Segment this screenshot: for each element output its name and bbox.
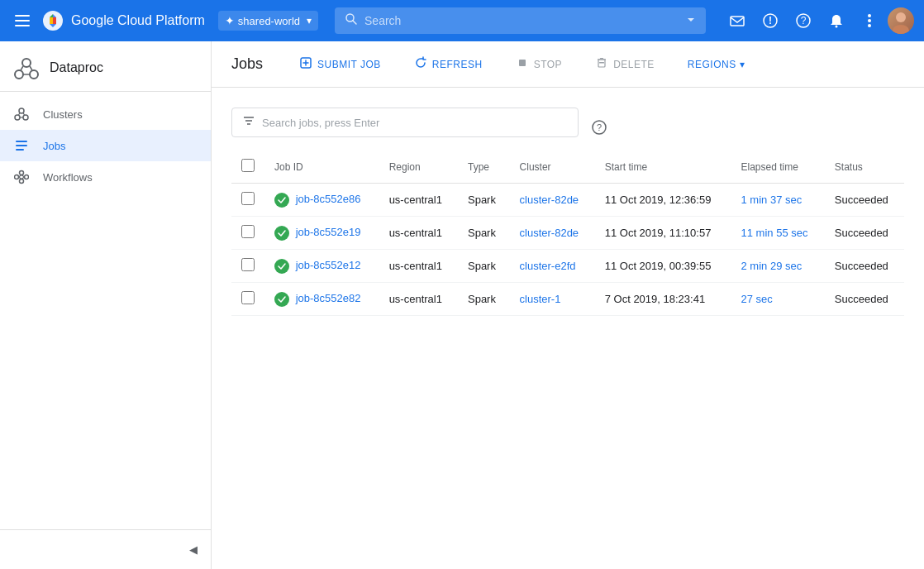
content-area: ? Job ID Region bbox=[212, 88, 924, 336]
table-header-row: Job ID Region Type Cluster Start time bbox=[231, 151, 904, 184]
row-checkbox-1[interactable] bbox=[241, 225, 255, 238]
delete-button[interactable]: DELETE bbox=[585, 51, 664, 77]
collapse-icon: ◀ bbox=[189, 543, 198, 556]
stop-label: STOP bbox=[534, 59, 562, 70]
svg-line-39 bbox=[19, 177, 22, 179]
delete-label: DELETE bbox=[613, 59, 655, 70]
job-id-cell: job-8c552e82 bbox=[264, 283, 379, 316]
sidebar-item-clusters[interactable]: Clusters bbox=[0, 98, 211, 130]
svg-point-32 bbox=[15, 175, 19, 179]
start-time-cell-1: 11 Oct 2019, 11:10:57 bbox=[595, 217, 731, 250]
cluster-column-header: Cluster bbox=[510, 151, 595, 184]
page-title: Jobs bbox=[231, 55, 263, 73]
job-id-link-0[interactable]: job-8c552e86 bbox=[296, 193, 361, 205]
cluster-link-1[interactable]: cluster-82de bbox=[520, 227, 579, 239]
row-checkbox-cell bbox=[231, 250, 264, 283]
elapsed-time-cell-2: 2 min 29 sec bbox=[731, 250, 825, 283]
cluster-cell-1: cluster-82de bbox=[510, 217, 595, 250]
regions-label: REGIONS bbox=[688, 59, 736, 70]
job-id-link-3[interactable]: job-8c552e82 bbox=[296, 292, 361, 304]
job-id-link-1[interactable]: job-8c552e19 bbox=[296, 226, 361, 238]
jobs-search-input[interactable] bbox=[262, 117, 568, 129]
row-checkbox-cell bbox=[231, 217, 264, 250]
region-cell-1: us-central1 bbox=[379, 217, 458, 250]
search-help-icon[interactable]: ? bbox=[592, 120, 607, 138]
svg-point-11 bbox=[836, 26, 838, 28]
top-navigation: Google Cloud Platform ✦ shared-world ▾ bbox=[0, 0, 924, 41]
cluster-link-0[interactable]: cluster-82de bbox=[520, 194, 579, 206]
alert-button[interactable]: ! bbox=[755, 6, 785, 36]
workflows-icon bbox=[13, 170, 30, 184]
elapsed-link-1[interactable]: 11 min 55 sec bbox=[741, 227, 808, 239]
start-time-cell-3: 7 Oct 2019, 18:23:41 bbox=[595, 283, 731, 316]
project-selector[interactable]: ✦ shared-world ▾ bbox=[218, 11, 318, 31]
select-all-checkbox[interactable] bbox=[241, 159, 255, 172]
user-avatar[interactable] bbox=[888, 7, 914, 34]
clusters-icon bbox=[13, 107, 30, 122]
svg-point-18 bbox=[15, 70, 23, 79]
search-icon bbox=[345, 12, 358, 29]
row-checkbox-0[interactable] bbox=[241, 192, 255, 205]
jobs-table: Job ID Region Type Cluster Start time bbox=[231, 151, 904, 316]
region-cell-2: us-central1 bbox=[379, 250, 458, 283]
help-button[interactable]: ? bbox=[788, 6, 818, 36]
sidebar-item-jobs[interactable]: Jobs bbox=[0, 130, 211, 161]
refresh-label: REFRESH bbox=[432, 59, 483, 70]
cluster-cell-3: cluster-1 bbox=[510, 283, 595, 316]
svg-line-5 bbox=[353, 21, 356, 24]
elapsed-link-0[interactable]: 1 min 37 sec bbox=[741, 194, 803, 206]
svg-point-25 bbox=[23, 115, 28, 120]
regions-button[interactable]: REGIONS ▾ bbox=[678, 54, 755, 75]
cluster-cell-0: cluster-82de bbox=[510, 184, 595, 217]
project-dropdown-icon: ▾ bbox=[307, 15, 312, 26]
sidebar-item-workflows[interactable]: Workflows bbox=[0, 161, 211, 193]
submit-job-button[interactable]: SUBMIT JOB bbox=[289, 51, 391, 78]
project-icon: ✦ bbox=[225, 14, 235, 27]
sidebar-navigation: Clusters Jobs bbox=[0, 92, 211, 529]
delete-icon bbox=[595, 56, 608, 72]
status-success-icon-2 bbox=[274, 259, 289, 274]
jobs-table-container: Job ID Region Type Cluster Start time bbox=[231, 151, 904, 316]
svg-line-21 bbox=[30, 66, 32, 70]
search-input[interactable] bbox=[364, 14, 679, 27]
global-search bbox=[335, 7, 706, 34]
svg-text:?: ? bbox=[597, 122, 602, 132]
svg-line-36 bbox=[19, 175, 22, 178]
more-menu-button[interactable] bbox=[855, 6, 884, 36]
sidebar: Dataproc Clusters bbox=[0, 41, 212, 569]
mail-button[interactable] bbox=[722, 6, 752, 36]
region-cell-3: us-central1 bbox=[379, 283, 458, 316]
row-checkbox-3[interactable] bbox=[241, 291, 255, 304]
hamburger-menu[interactable] bbox=[10, 8, 35, 33]
job-id-link-2[interactable]: job-8c552e12 bbox=[296, 259, 361, 271]
svg-point-17 bbox=[22, 59, 31, 67]
svg-line-38 bbox=[21, 177, 25, 179]
cluster-link-2[interactable]: cluster-e2fd bbox=[520, 260, 576, 272]
project-name: shared-world bbox=[238, 15, 300, 27]
elapsed-link-3[interactable]: 27 sec bbox=[741, 293, 773, 305]
notifications-button[interactable] bbox=[822, 6, 851, 36]
search-dropdown-icon[interactable] bbox=[686, 13, 696, 28]
jobs-search-bar[interactable] bbox=[231, 108, 579, 137]
status-success-icon-0 bbox=[274, 193, 289, 208]
cluster-link-3[interactable]: cluster-1 bbox=[520, 293, 561, 305]
app-logo: Google Cloud Platform bbox=[41, 9, 205, 32]
table-row: job-8c552e19 us-central1 Spark cluster-8… bbox=[231, 217, 904, 250]
sidebar-header: Dataproc bbox=[0, 41, 211, 92]
sidebar-bottom: ◀ bbox=[0, 529, 211, 569]
status-cell-2: Succeeded bbox=[825, 250, 904, 283]
search-row: ? bbox=[231, 108, 904, 151]
type-cell-1: Spark bbox=[458, 217, 510, 250]
svg-rect-30 bbox=[16, 145, 27, 146]
row-checkbox-2[interactable] bbox=[241, 258, 255, 271]
sidebar-title: Dataproc bbox=[50, 60, 103, 75]
refresh-button[interactable]: REFRESH bbox=[404, 51, 493, 77]
sidebar-collapse-button[interactable]: ◀ bbox=[0, 537, 211, 562]
region-column-header: Region bbox=[379, 151, 458, 184]
stop-button[interactable]: STOP bbox=[506, 51, 572, 77]
cluster-cell-2: cluster-e2fd bbox=[510, 250, 595, 283]
svg-line-26 bbox=[19, 113, 21, 116]
start-time-cell-0: 11 Oct 2019, 12:36:59 bbox=[595, 184, 731, 217]
elapsed-link-2[interactable]: 2 min 29 sec bbox=[741, 260, 803, 272]
regions-dropdown-icon: ▾ bbox=[740, 59, 745, 70]
